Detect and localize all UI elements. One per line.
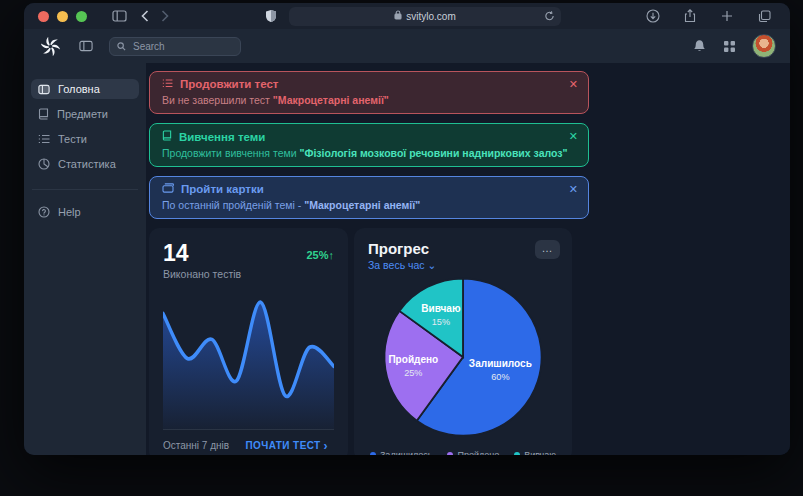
- start-test-button[interactable]: ПОЧАТИ ТЕСТ›: [240, 438, 334, 454]
- alert-highlight: "Фізіологія мозкової речовини надниркови…: [300, 147, 568, 159]
- svg-text:Залишилось: Залишилось: [469, 358, 532, 369]
- sidebar-divider: [32, 189, 138, 190]
- legend-item: Пройдено: [447, 450, 499, 455]
- tests-card: 14 25%↑ Виконано тестів: [149, 228, 348, 455]
- sidebar-item-label: Головна: [58, 83, 100, 95]
- sidebar-item-label: Предмети: [57, 108, 108, 120]
- zoom-window-button[interactable]: [76, 11, 87, 22]
- more-options-button[interactable]: …: [535, 240, 560, 259]
- progress-title: Прогрес: [368, 240, 558, 257]
- main-content: Продовжити тест Ви не завершили тест "Ма…: [146, 63, 790, 455]
- pie-legend: ЗалишилосьПройденоВивчаю: [368, 443, 558, 455]
- apps-grid-icon[interactable]: [718, 35, 740, 57]
- url-text: svitylo.com: [406, 11, 455, 22]
- notifications-bell-icon[interactable]: [688, 35, 710, 57]
- alert-title: Вивчення теми: [179, 131, 265, 143]
- sidebar-item-tests[interactable]: Тести: [31, 129, 139, 149]
- share-icon[interactable]: [680, 6, 700, 26]
- pie-chart: Залишилось60%Пройдено25%Вивчаю15%: [371, 273, 555, 443]
- list-icon: [38, 134, 50, 144]
- svg-text:60%: 60%: [491, 372, 509, 382]
- svg-text:15%: 15%: [432, 317, 450, 327]
- browser-titlebar: svitylo.com: [24, 3, 790, 29]
- sidebar: Головна Предмети Тести: [24, 63, 146, 455]
- sidebar-item-statistics[interactable]: Статистика: [31, 154, 139, 174]
- alert-text: По останній пройденій темі -: [162, 199, 304, 211]
- forward-icon[interactable]: [155, 6, 175, 26]
- area-path: [163, 302, 334, 429]
- tests-change-badge: 25%↑: [306, 249, 334, 261]
- svg-text:Вивчаю: Вивчаю: [421, 303, 461, 314]
- chevron-right-icon: ›: [324, 439, 328, 453]
- new-tab-icon[interactable]: [717, 6, 737, 26]
- window-controls: [38, 11, 87, 22]
- alert-text: Продовжити вивчення теми: [162, 147, 300, 159]
- collapse-sidebar-icon[interactable]: [75, 35, 97, 57]
- sidebar-item-home[interactable]: Головна: [31, 79, 139, 99]
- svg-text:25%: 25%: [404, 368, 422, 378]
- reload-icon[interactable]: [544, 10, 555, 24]
- sidebar-item-label: Help: [58, 206, 81, 218]
- book-icon: [38, 108, 49, 120]
- close-icon[interactable]: ✕: [569, 184, 578, 195]
- back-icon[interactable]: [135, 6, 155, 26]
- alert-title: Пройти картки: [181, 183, 264, 195]
- legend-item: Залишилось: [370, 450, 433, 455]
- alert-highlight: "Макроцетарні анемії": [304, 199, 420, 211]
- tests-period: Останні 7 днів: [163, 440, 229, 451]
- sidebar-item-subjects[interactable]: Предмети: [31, 104, 139, 124]
- browser-window: svitylo.com: [24, 3, 790, 455]
- cards-icon: [162, 183, 174, 195]
- pie-chart-icon: [38, 158, 50, 170]
- alert-continue-test[interactable]: Продовжити тест Ви не завершили тест "Ма…: [149, 71, 589, 114]
- close-window-button[interactable]: [38, 11, 49, 22]
- alert-title: Продовжити тест: [180, 78, 278, 90]
- alert-text: Ви не завершили тест: [162, 94, 273, 106]
- alert-flashcards[interactable]: Пройти картки По останній пройденій темі…: [149, 176, 589, 219]
- svg-text:Пройдено: Пройдено: [388, 354, 438, 365]
- time-filter-dropdown[interactable]: За весь час⌄: [368, 259, 558, 271]
- app-header: [24, 29, 790, 63]
- downloads-icon[interactable]: [643, 6, 663, 26]
- book-icon: [162, 130, 172, 143]
- browser-sidebar-icon[interactable]: [109, 6, 129, 26]
- tests-line-chart: [163, 290, 334, 429]
- sidebar-item-help[interactable]: Help: [31, 202, 139, 222]
- alert-study-topic[interactable]: Вивчення теми Продовжити вивчення теми "…: [149, 123, 589, 167]
- legend-item: Вивчаю: [514, 450, 556, 455]
- search-input[interactable]: [131, 40, 233, 53]
- arrow-up-icon: ↑: [329, 249, 335, 261]
- alert-highlight: "Макроцетарні анемії": [273, 94, 389, 106]
- test-list-icon: [162, 78, 173, 90]
- sidebar-item-label: Тести: [58, 133, 87, 145]
- search-icon: [117, 37, 126, 55]
- privacy-shield-icon[interactable]: [261, 6, 281, 26]
- lock-icon: [394, 10, 402, 22]
- progress-card: Прогрес За весь час⌄ … Залишилось60%Прой…: [354, 228, 572, 455]
- help-icon: [38, 206, 50, 218]
- address-bar[interactable]: svitylo.com: [289, 7, 561, 26]
- search-box[interactable]: [109, 37, 241, 56]
- minimize-window-button[interactable]: [57, 11, 68, 22]
- tests-subtitle: Виконано тестів: [163, 268, 334, 280]
- tab-overview-icon[interactable]: [754, 6, 774, 26]
- user-avatar[interactable]: [752, 34, 776, 58]
- dashboard-icon: [38, 84, 50, 95]
- close-icon[interactable]: ✕: [569, 79, 578, 90]
- app-logo-icon[interactable]: [40, 36, 61, 57]
- tests-count: 14: [163, 241, 189, 265]
- chevron-down-icon: ⌄: [428, 259, 437, 271]
- sidebar-item-label: Статистика: [58, 158, 116, 170]
- close-icon[interactable]: ✕: [569, 131, 578, 142]
